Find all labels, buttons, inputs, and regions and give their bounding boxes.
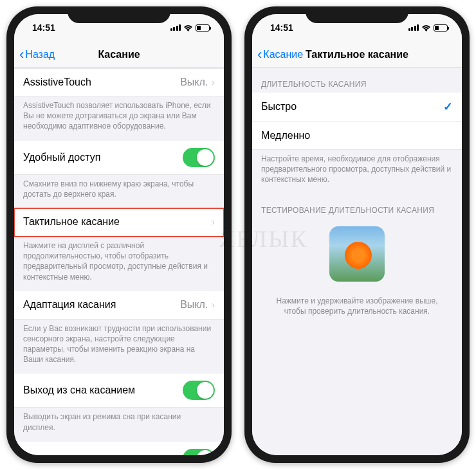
row-shake-undo[interactable]: Встряхивание для отмены <box>14 442 224 455</box>
page-title: Тактильное касание <box>306 49 408 60</box>
row-footer: AssistiveTouch позволяет использовать iP… <box>14 96 224 141</box>
wifi-icon <box>183 24 193 32</box>
back-label: Касание <box>263 49 303 60</box>
option-fast[interactable]: Быстро ✓ <box>252 93 462 122</box>
row-label: Тактильное касание <box>23 216 120 228</box>
chevron-right-icon: › <box>212 77 215 87</box>
content-right[interactable]: ДЛИТЕЛЬНОСТЬ КАСАНИЯ Быстро ✓ Медленно Н… <box>252 68 462 455</box>
row-label: Удобный доступ <box>23 152 100 163</box>
row-assistivetouch[interactable]: AssistiveTouch Выкл. › <box>14 68 224 96</box>
signal-icon <box>408 24 419 31</box>
row-label: Встряхивание для отмены <box>23 453 150 455</box>
row-label: Выход из сна касанием <box>23 384 135 396</box>
section-header: ТЕСТИРОВАНИЕ ДЛИТЕЛЬНОСТИ КАСАНИЯ <box>252 194 462 219</box>
notch <box>306 6 408 23</box>
phone-right: 14:51 ‹ Касание Тактильное касание ДЛИТЕ… <box>244 6 470 463</box>
flower-graphic <box>343 239 374 271</box>
row-footer: Выводить экран из режима сна при касании… <box>14 408 224 441</box>
battery-icon <box>434 24 448 32</box>
checkmark-icon: ✓ <box>443 100 453 114</box>
test-flower-image[interactable] <box>329 226 385 282</box>
option-label: Быстро <box>261 101 297 113</box>
nav-bar: ‹ Касание Тактильное касание <box>252 41 462 68</box>
chevron-right-icon: › <box>212 217 215 227</box>
row-value: Выкл. › <box>180 77 215 88</box>
row-haptic-touch[interactable]: Тактильное касание › <box>14 208 224 237</box>
signal-icon <box>170 24 181 31</box>
status-right <box>170 24 210 32</box>
status-right <box>408 24 448 32</box>
page-title: Касание <box>98 49 140 60</box>
option-label: Медленно <box>261 130 310 141</box>
section-footer: Нажмите и удерживайте изображение выше, … <box>252 289 462 323</box>
battery-icon <box>196 24 210 32</box>
status-time: 14:51 <box>270 23 293 33</box>
toggle-shake-undo[interactable] <box>183 449 215 455</box>
chevron-left-icon: ‹ <box>19 48 24 62</box>
row-tap-to-wake[interactable]: Выход из сна касанием <box>14 374 224 408</box>
toggle-reachability[interactable] <box>183 148 215 167</box>
back-label: Назад <box>25 49 55 60</box>
option-slow[interactable]: Медленно <box>252 122 462 150</box>
notch <box>68 6 170 23</box>
row-value: Выкл. › <box>180 299 215 311</box>
status-time: 14:51 <box>32 23 55 33</box>
content-left[interactable]: AssistiveTouch Выкл. › AssistiveTouch по… <box>14 68 224 455</box>
phone-left: 14:51 ‹ Назад Касание AssistiveTouch Вык… <box>6 6 232 463</box>
back-button[interactable]: ‹ Касание <box>257 48 303 62</box>
chevron-right-icon: › <box>212 300 215 310</box>
row-footer: Нажмите на дисплей с различной продолжит… <box>14 237 224 291</box>
back-button[interactable]: ‹ Назад <box>19 48 55 62</box>
test-image-container <box>252 219 462 289</box>
section-footer: Настройте время, необходимое для отображ… <box>252 150 462 194</box>
wifi-icon <box>421 24 431 32</box>
screen-left: 14:51 ‹ Назад Касание AssistiveTouch Вык… <box>14 14 224 455</box>
row-footer: Смахните вниз по нижнему краю экрана, чт… <box>14 175 224 208</box>
row-label: AssistiveTouch <box>23 77 91 88</box>
row-label: Адаптация касания <box>23 299 116 311</box>
row-touch-adaptation[interactable]: Адаптация касания Выкл. › <box>14 291 224 320</box>
row-reachability[interactable]: Удобный доступ <box>14 141 224 175</box>
chevron-left-icon: ‹ <box>257 48 262 62</box>
nav-bar: ‹ Назад Касание <box>14 41 224 68</box>
row-footer: Если у Вас возникают трудности при испол… <box>14 320 224 374</box>
toggle-tap-to-wake[interactable] <box>183 381 215 400</box>
screen-right: 14:51 ‹ Касание Тактильное касание ДЛИТЕ… <box>252 14 462 455</box>
section-header: ДЛИТЕЛЬНОСТЬ КАСАНИЯ <box>252 68 462 93</box>
